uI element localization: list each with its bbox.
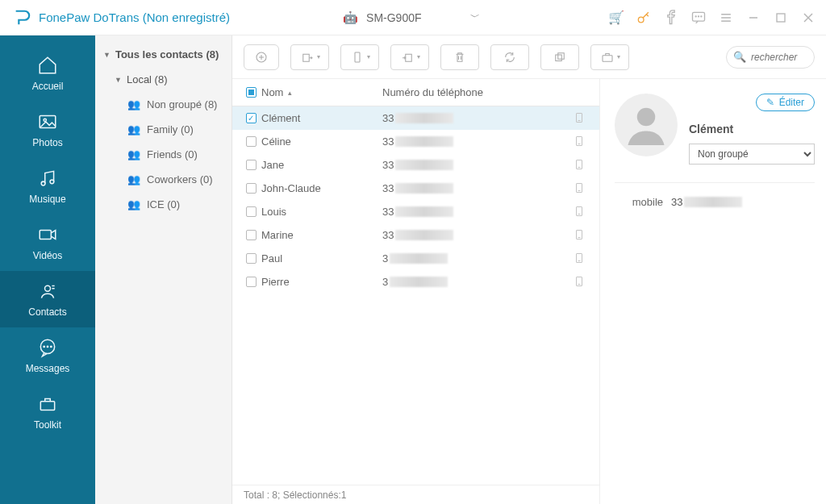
row-checkbox[interactable]	[246, 253, 257, 264]
people-icon: 👥	[127, 123, 140, 135]
import-button[interactable]: ▾	[390, 44, 429, 70]
row-checkbox[interactable]	[246, 183, 257, 194]
search-input[interactable]	[751, 52, 807, 63]
sort-asc-icon: ▴	[288, 89, 292, 97]
svg-point-3	[699, 15, 699, 16]
cell-name: Jane	[261, 159, 382, 171]
svg-point-14	[41, 181, 45, 185]
table-row[interactable]: Céline33	[232, 130, 599, 153]
select-all-checkbox[interactable]	[246, 87, 257, 98]
cart-icon[interactable]: 🛒	[608, 10, 624, 26]
tree-group[interactable]: 👥ICE (0)	[95, 192, 232, 217]
nav-home[interactable]: Accueil	[0, 45, 95, 102]
edit-button[interactable]: ✎ Éditer	[756, 94, 815, 111]
contacts-table: Nom ▴ Numéro du téléphone Clément33Célin…	[232, 79, 600, 504]
device-type-icon	[567, 136, 591, 148]
table-row[interactable]: Pierre3	[232, 270, 599, 294]
tree-local[interactable]: ▼ Local (8)	[95, 67, 232, 92]
tree-group[interactable]: 👥Non groupé (8)	[95, 92, 232, 117]
to-phone-button[interactable]: ▾	[340, 44, 379, 70]
device-type-icon	[567, 230, 591, 241]
row-checkbox[interactable]	[246, 277, 257, 287]
redacted	[395, 183, 453, 194]
nav-contacts[interactable]: Contacts	[0, 271, 95, 327]
cell-name: Pierre	[261, 276, 382, 288]
search-icon: 🔍	[733, 51, 746, 63]
cell-name: Paul	[261, 252, 382, 264]
dedupe-button[interactable]	[540, 44, 579, 70]
table-row[interactable]: Jane33	[232, 153, 599, 177]
nav-photos[interactable]: Photos	[0, 102, 95, 158]
column-name[interactable]: Nom ▴	[261, 86, 382, 98]
add-button[interactable]	[244, 44, 279, 70]
messages-icon	[37, 337, 58, 358]
key-icon[interactable]	[636, 10, 652, 26]
people-icon: 👥	[127, 148, 140, 160]
export-button[interactable]: ▾	[290, 44, 329, 70]
cell-phone: 33	[382, 182, 567, 194]
tree-group[interactable]: 👥Coworkers (0)	[95, 167, 232, 192]
cell-name: John-Claude	[261, 182, 382, 194]
column-phone[interactable]: Numéro du téléphone	[382, 86, 567, 98]
cell-name: Marine	[261, 229, 382, 241]
tree-local-label: Local (8)	[127, 73, 168, 85]
nav-contacts-label: Contacts	[28, 306, 66, 318]
svg-rect-28	[302, 54, 309, 61]
backup-button[interactable]: ▾	[590, 44, 629, 70]
row-checkbox[interactable]	[246, 160, 257, 170]
tree-group-label: ICE (0)	[147, 198, 180, 210]
people-icon: 👥	[127, 198, 140, 210]
nav-music-label: Musique	[29, 194, 65, 205]
table-body: Clément33Céline33Jane33John-Claude33Loui…	[232, 106, 599, 485]
nav-toolkit[interactable]: Toolkit	[0, 384, 95, 440]
table-row[interactable]: John-Claude33	[232, 177, 599, 200]
row-checkbox[interactable]	[246, 113, 257, 123]
tree-group[interactable]: 👥Family (0)	[95, 117, 232, 142]
table-row[interactable]: Paul3	[232, 247, 599, 270]
svg-point-22	[47, 346, 48, 347]
svg-point-2	[695, 15, 696, 16]
cell-phone: 3	[382, 276, 567, 288]
device-type-icon	[567, 183, 591, 194]
tree-all-contacts[interactable]: ▼ Tous les contacts (8)	[95, 42, 232, 67]
minimize-button[interactable]	[745, 10, 761, 26]
cell-name: Clément	[261, 112, 382, 124]
redacted	[395, 136, 453, 147]
svg-rect-34	[556, 55, 562, 61]
facebook-icon[interactable]	[663, 10, 679, 26]
table-row[interactable]: Louis33	[232, 200, 599, 223]
delete-button[interactable]	[440, 44, 479, 70]
group-select[interactable]: Non groupé	[689, 144, 815, 165]
close-button[interactable]	[800, 10, 816, 26]
refresh-button[interactable]	[490, 44, 529, 70]
svg-rect-36	[603, 55, 612, 61]
nav-music[interactable]: Musique	[0, 158, 95, 215]
nav-videos[interactable]: Vidéos	[0, 215, 95, 271]
maximize-button[interactable]	[773, 10, 789, 26]
device-picker[interactable]: 🤖 SM-G900F ﹀	[335, 7, 487, 28]
redacted	[395, 160, 453, 170]
separator	[615, 182, 815, 183]
feedback-icon[interactable]	[690, 10, 707, 26]
nav-messages[interactable]: Messages	[0, 327, 95, 384]
chevron-down-icon: ▾	[417, 53, 420, 60]
device-type-icon	[567, 206, 591, 218]
titlebar: FonePaw DoTrans (Non enregistré) 🤖 SM-G9…	[0, 0, 826, 35]
svg-point-21	[44, 346, 44, 347]
redacted	[395, 113, 453, 123]
table-row[interactable]: Clément33	[232, 106, 599, 130]
tree-group[interactable]: 👥Friends (0)	[95, 142, 232, 167]
row-checkbox[interactable]	[246, 206, 257, 217]
cell-name: Louis	[261, 206, 382, 218]
detail-panel: ✎ Éditer Clément Non groupé mobile 33	[600, 79, 826, 504]
row-checkbox[interactable]	[246, 230, 257, 240]
search-box[interactable]: 🔍	[726, 46, 815, 69]
device-type-icon	[567, 113, 591, 124]
app-logo	[13, 9, 31, 27]
table-row[interactable]: Marine33	[232, 223, 599, 247]
svg-point-0	[638, 17, 644, 23]
row-checkbox[interactable]	[246, 136, 257, 147]
svg-rect-29	[355, 52, 360, 62]
menu-icon[interactable]	[718, 10, 734, 26]
tree-all-label: Tous les contacts (8)	[115, 48, 219, 60]
